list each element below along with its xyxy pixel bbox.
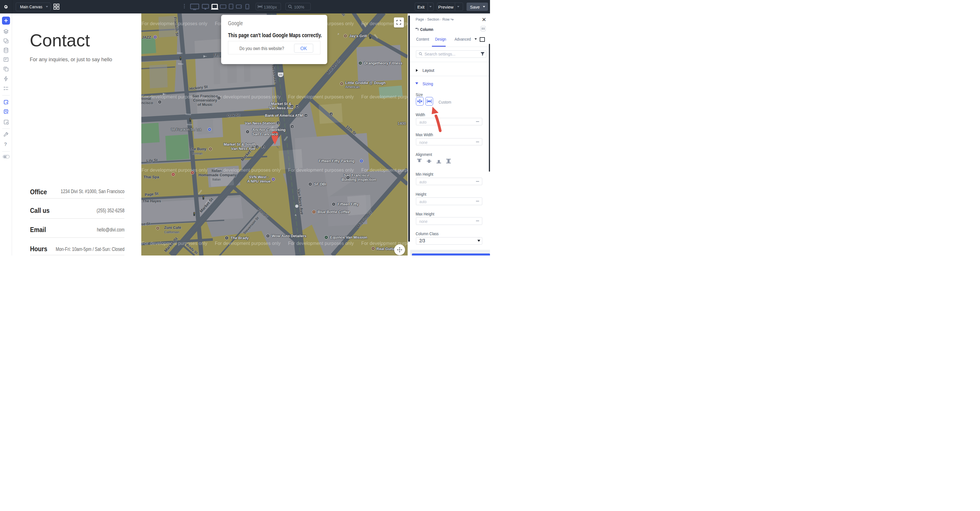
svg-text:101: 101 — [278, 73, 283, 76]
